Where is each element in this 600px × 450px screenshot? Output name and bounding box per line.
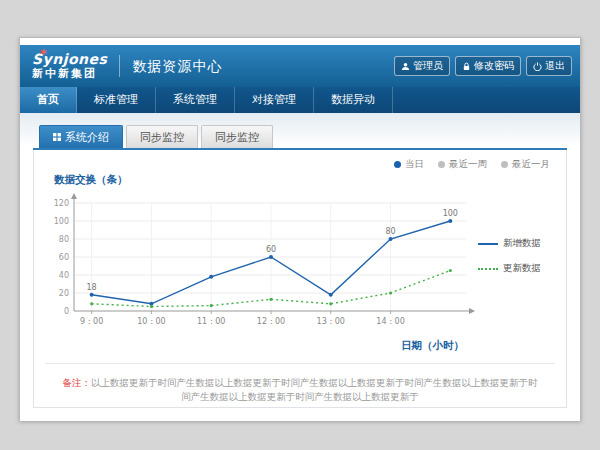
svg-text:10：00: 10：00: [137, 317, 165, 326]
svg-text:60: 60: [59, 253, 69, 262]
series-updated-label: 更新数据: [503, 262, 541, 275]
logo: * Synjones 新中新集团: [32, 52, 107, 79]
period-legend: 当日 最近一周 最近一月: [46, 156, 554, 171]
panel-divider: [46, 363, 554, 364]
svg-text:18: 18: [87, 283, 97, 292]
chart-row: 0204060801001209：0010：0011：0012：0013：001…: [46, 189, 554, 353]
user-button[interactable]: 管理员: [394, 56, 450, 76]
svg-text:9：00: 9：00: [80, 317, 103, 326]
legend-series-new[interactable]: 新增数据: [478, 237, 554, 250]
solid-line-icon: [478, 243, 498, 245]
svg-text:13：00: 13：00: [317, 317, 345, 326]
legend-dot-icon: [501, 161, 508, 168]
svg-text:80: 80: [59, 235, 69, 244]
power-icon: [533, 62, 542, 71]
chart-panel: 当日 最近一周 最近一月 数据交换（条） 0204060801001209：00…: [33, 150, 567, 408]
tab-label: 同步监控: [215, 130, 259, 145]
logo-subtext: 新中新集团: [32, 68, 107, 80]
tab-label: 系统介绍: [65, 130, 109, 145]
content-area: 系统介绍 同步监控 同步监控 当日 最近一周: [20, 113, 580, 421]
svg-text:40: 40: [59, 271, 69, 280]
dotted-line-icon: [478, 268, 498, 270]
page: * Synjones 新中新集团 数据资源中心 管理员 修改密码: [19, 37, 581, 421]
chart-column: 0204060801001209：0010：0011：0012：0013：001…: [46, 189, 478, 353]
tab-sync-monitor-2[interactable]: 同步监控: [201, 125, 273, 148]
footer-note: 备注：以上数据更新于时间产生数据以上数据更新于时间产生数据以上数据更新于时间产生…: [46, 376, 554, 405]
legend-last-week[interactable]: 最近一周: [438, 158, 487, 171]
svg-text:12：00: 12：00: [257, 317, 285, 326]
legend-last-week-label: 最近一周: [449, 158, 487, 171]
nav-item-data-change[interactable]: 数据异动: [314, 87, 393, 113]
page-title: 数据资源中心: [119, 55, 222, 77]
grid-icon: [53, 131, 61, 144]
svg-text:100: 100: [443, 209, 458, 218]
svg-text:60: 60: [266, 245, 276, 254]
series-legend: 新增数据 更新数据: [478, 189, 554, 275]
svg-text:20: 20: [59, 289, 69, 298]
legend-dot-icon: [394, 161, 401, 168]
nav-item-home[interactable]: 首页: [20, 87, 77, 113]
svg-text:120: 120: [54, 199, 69, 208]
app-header: * Synjones 新中新集团 数据资源中心 管理员 修改密码: [20, 45, 580, 87]
x-axis-title: 日期（小时）: [46, 339, 464, 353]
main-nav: 首页 标准管理 系统管理 对接管理 数据异动: [20, 87, 580, 113]
user-button-label: 管理员: [413, 59, 443, 73]
svg-text:11：00: 11：00: [197, 317, 225, 326]
user-icon: [401, 62, 410, 71]
svg-text:80: 80: [385, 227, 395, 236]
legend-today[interactable]: 当日: [394, 158, 424, 171]
tab-system-intro[interactable]: 系统介绍: [39, 125, 123, 148]
svg-text:14：00: 14：00: [376, 317, 404, 326]
change-password-button[interactable]: 修改密码: [455, 56, 521, 76]
legend-today-label: 当日: [405, 158, 424, 171]
legend-last-month-label: 最近一月: [512, 158, 550, 171]
tab-bar: 系统介绍 同步监控 同步监控: [33, 125, 567, 150]
nav-item-system[interactable]: 系统管理: [156, 87, 235, 113]
tab-label: 同步监控: [140, 130, 184, 145]
y-axis-title: 数据交换（条）: [54, 173, 554, 187]
svg-text:100: 100: [54, 217, 69, 226]
logo-star-icon: *: [40, 47, 47, 61]
nav-item-integration[interactable]: 对接管理: [235, 87, 314, 113]
series-new-label: 新增数据: [503, 237, 541, 250]
header-actions: 管理员 修改密码 退出: [389, 45, 572, 87]
line-chart: 0204060801001209：0010：0011：0012：0013：001…: [46, 189, 478, 339]
logout-label: 退出: [545, 59, 565, 73]
lock-icon: [462, 62, 471, 71]
svg-text:0: 0: [64, 307, 69, 316]
legend-dot-icon: [438, 161, 445, 168]
legend-series-updated[interactable]: 更新数据: [478, 262, 554, 275]
tab-sync-monitor-1[interactable]: 同步监控: [126, 125, 198, 148]
legend-last-month[interactable]: 最近一月: [501, 158, 550, 171]
note-label: 备注：: [63, 377, 92, 388]
note-text: 以上数据更新于时间产生数据以上数据更新于时间产生数据以上数据更新于时间产生数据以…: [91, 377, 538, 402]
nav-item-standards[interactable]: 标准管理: [77, 87, 156, 113]
change-password-label: 修改密码: [474, 59, 514, 73]
logout-button[interactable]: 退出: [526, 56, 572, 76]
